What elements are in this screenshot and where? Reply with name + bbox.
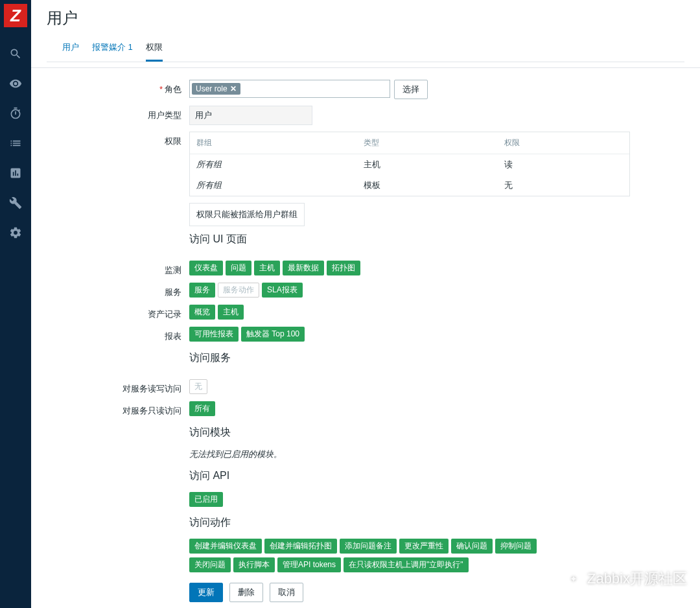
action-tag: 创建并编辑仪表盘 <box>189 539 262 554</box>
permissions-table: 群组 类型 权限 所有组主机读 所有组模板无 <box>189 132 630 196</box>
list-icon[interactable] <box>0 128 31 158</box>
page-title: 用户 <box>47 8 684 29</box>
mod-section-title: 访问模块 <box>189 426 231 439</box>
action-tag: 更改严重性 <box>399 539 449 554</box>
tag-overview: 概览 <box>189 305 215 320</box>
close-icon[interactable]: ✕ <box>230 84 237 93</box>
tag-avail: 可用性报表 <box>189 327 239 342</box>
content: *角色 User role✕ 选择 用户类型 用户 权限 <box>31 68 700 608</box>
action-tag: 添加问题备注 <box>340 539 397 554</box>
tag-service-action: 服务动作 <box>218 283 259 298</box>
tag-problems: 问题 <box>226 261 251 275</box>
tag-trigger-top: 触发器 Top 100 <box>241 327 305 342</box>
action-tag: 抑制问题 <box>495 539 537 554</box>
tag-host: 主机 <box>218 305 244 320</box>
api-tag: 已启用 <box>189 492 223 507</box>
main-panel: 用户 用户 报警媒介 1 权限 *角色 User role✕ 选择 用户类型 <box>31 0 700 608</box>
action-tag: 执行脚本 <box>233 557 275 572</box>
tab-permissions[interactable]: 权限 <box>146 35 163 62</box>
tag-dashboard: 仪表盘 <box>189 261 223 275</box>
mod-note: 无法找到已启用的模块。 <box>189 449 282 460</box>
action-tag: 关闭问题 <box>189 557 231 572</box>
action-section-title: 访问动作 <box>189 516 231 530</box>
col-perm: 权限 <box>498 132 629 154</box>
tab-user[interactable]: 用户 <box>62 35 79 62</box>
tabs: 用户 报警媒介 1 权限 <box>47 35 684 62</box>
action-tag: 创建并编辑拓扑图 <box>264 539 337 554</box>
wrench-icon[interactable] <box>0 188 31 218</box>
action-tag: 管理API tokens <box>277 557 341 572</box>
perm-label: 权限 <box>47 132 189 147</box>
api-section-title: 访问 API <box>189 469 229 483</box>
update-button[interactable]: 更新 <box>189 583 223 602</box>
logo[interactable]: Z <box>4 4 27 27</box>
service-label: 服务 <box>47 283 189 298</box>
cancel-button[interactable]: 取消 <box>270 583 303 602</box>
tag-maps: 拓扑图 <box>327 261 360 275</box>
page-header: 用户 用户 报警媒介 1 权限 <box>31 0 700 68</box>
tag-sla: SLA报表 <box>262 283 303 298</box>
action-tag: 在只读权限主机上调用"立即执行" <box>344 557 469 572</box>
tag-hosts: 主机 <box>254 261 280 275</box>
action-tag: 确认问题 <box>451 539 493 554</box>
svc-section-title: 访问服务 <box>189 351 231 365</box>
svc-ro-tag: 所有 <box>189 401 215 416</box>
asset-label: 资产记录 <box>47 305 189 320</box>
tag-latest: 最新数据 <box>283 261 324 275</box>
role-token[interactable]: User role✕ <box>192 83 240 95</box>
role-label: 角色 <box>165 84 181 94</box>
user-type-value: 用户 <box>189 106 312 125</box>
user-type-label: 用户类型 <box>47 106 189 121</box>
monitor-label: 监测 <box>47 261 189 276</box>
chart-icon[interactable] <box>0 158 31 188</box>
eye-icon[interactable] <box>0 69 31 99</box>
tag-service: 服务 <box>189 283 215 298</box>
ui-section-title: 访问 UI 页面 <box>189 233 247 246</box>
table-row: 所有组主机读 <box>190 154 629 176</box>
role-input[interactable]: User role✕ <box>189 80 390 98</box>
table-row: 所有组模板无 <box>190 175 629 196</box>
svc-rw-tag: 无 <box>189 379 207 394</box>
info-note: 权限只能被指派给用户群组 <box>189 203 305 226</box>
search-icon[interactable] <box>0 39 31 69</box>
sidebar: Z <box>0 0 31 608</box>
tab-media[interactable]: 报警媒介 1 <box>92 35 133 62</box>
col-group: 群组 <box>190 132 357 154</box>
report-label: 报表 <box>47 327 189 342</box>
gear-icon[interactable] <box>0 218 31 248</box>
timer-icon[interactable] <box>0 99 31 128</box>
select-button[interactable]: 选择 <box>394 80 428 99</box>
svc-rw-label: 对服务读写访问 <box>47 379 189 395</box>
delete-button[interactable]: 删除 <box>229 583 263 602</box>
col-type: 类型 <box>357 132 498 154</box>
svc-ro-label: 对服务只读访问 <box>47 401 189 417</box>
